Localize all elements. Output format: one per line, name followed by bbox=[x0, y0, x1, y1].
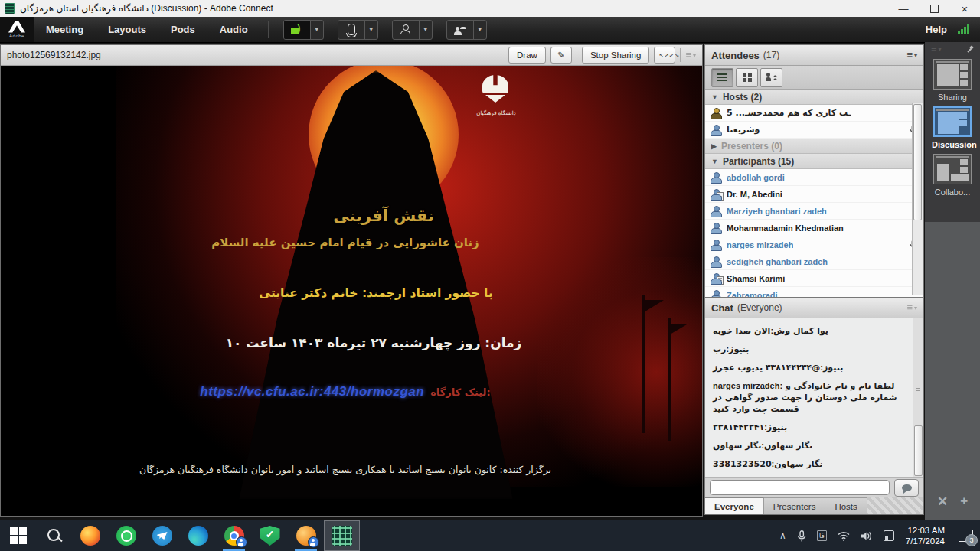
taskbar-telegram-icon[interactable] bbox=[144, 520, 180, 551]
discussion-layout-icon bbox=[933, 106, 972, 137]
share-pod-menu-icon[interactable]: ≡▾ bbox=[685, 51, 696, 59]
speaker-dropdown[interactable]: ▼ bbox=[311, 21, 323, 39]
chat-tab-hosts[interactable]: Hosts bbox=[825, 497, 867, 514]
attendee-name: Mohammadamin Khedmatian bbox=[727, 223, 844, 233]
attendee-row[interactable]: ـت کاری که هم محمدحسـ... 5 bbox=[705, 105, 923, 122]
participants-section-header[interactable]: ▼ Participants (15) bbox=[705, 154, 923, 169]
attendees-header: Attendees (17) ≡▾ bbox=[705, 45, 923, 66]
chat-sender: بنیوز bbox=[823, 363, 843, 373]
taskbar-search-icon[interactable] bbox=[36, 520, 72, 551]
chat-text: الان صدا خوبه bbox=[713, 326, 770, 337]
attendee-row[interactable]: abdollah gordi bbox=[705, 169, 923, 186]
notification-center-button[interactable]: 3 bbox=[951, 520, 980, 551]
layout-sharing[interactable]: Sharing bbox=[932, 59, 973, 102]
taskbar-edge-icon[interactable] bbox=[180, 520, 216, 551]
attendee-row[interactable]: sedigheh ghanbari zadeh bbox=[705, 253, 923, 270]
raise-hand-dropdown[interactable]: ▼ bbox=[474, 21, 486, 39]
add-pod-button[interactable]: + bbox=[960, 494, 968, 510]
menu-audio[interactable]: Audio bbox=[207, 17, 260, 42]
minimize-button[interactable]: — bbox=[888, 0, 919, 17]
microphone-dropdown[interactable]: ▼ bbox=[365, 21, 377, 39]
attendees-scrollbar[interactable] bbox=[912, 103, 923, 295]
pointer-tool-button[interactable]: ✎ bbox=[550, 47, 572, 64]
telegram-icon bbox=[152, 526, 172, 546]
tray-language-indicator[interactable]: فا bbox=[812, 530, 832, 541]
tray-volume-icon[interactable] bbox=[855, 531, 878, 541]
attendees-count: (17) bbox=[763, 50, 779, 60]
speaker-button[interactable] bbox=[284, 21, 311, 39]
microphone-icon bbox=[348, 24, 355, 35]
shared-file-name: photo12569132142.jpg bbox=[7, 50, 101, 60]
taskbar-clock[interactable]: 12:03 AM 7/17/2024 bbox=[900, 525, 951, 546]
poster-subtitle: زنان عاشورایی در قیام امام حسین علیه الس… bbox=[192, 236, 498, 249]
attendee-name: sedigheh ghanbari zadeh bbox=[727, 257, 828, 266]
taskbar-browser-profile-icon[interactable] bbox=[288, 520, 324, 551]
chat-tab-everyone[interactable]: Everyone bbox=[705, 497, 764, 514]
chat-pod-menu-icon[interactable]: ≡▾ bbox=[906, 304, 917, 311]
attendee-row[interactable]: Mohammadamin Khedmatian bbox=[705, 220, 923, 236]
chat-tab-presenters[interactable]: Presenters bbox=[764, 497, 826, 514]
hosts-section-header[interactable]: ▼ Hosts (2) bbox=[705, 90, 923, 105]
tray-wifi-icon[interactable] bbox=[832, 531, 855, 541]
status-view-button[interactable] bbox=[760, 68, 782, 87]
tray-chevron-up-icon[interactable]: ∧ bbox=[774, 530, 792, 541]
speaker-button-group: ▼ bbox=[283, 20, 324, 40]
scrollbar-grip bbox=[916, 386, 920, 392]
taskbar-chrome-profile-icon[interactable] bbox=[216, 520, 252, 551]
chat-text: نگار سهاون bbox=[713, 441, 761, 452]
menu-separator bbox=[268, 21, 269, 38]
tray-microphone-icon[interactable] bbox=[792, 530, 812, 542]
attendee-row[interactable]: وشریعنا bbox=[705, 122, 923, 139]
attendee-list-view-button[interactable] bbox=[711, 68, 733, 87]
webcam-button[interactable] bbox=[393, 21, 420, 39]
connection-status-icon[interactable] bbox=[958, 24, 969, 34]
layout-menu-icon[interactable]: ≡▾ bbox=[931, 45, 942, 53]
breakout-view-button[interactable] bbox=[736, 68, 758, 87]
taskbar-defender-icon[interactable] bbox=[252, 520, 288, 551]
menu-meeting[interactable]: Meeting bbox=[34, 17, 96, 42]
taskbar-start-icon[interactable] bbox=[0, 520, 36, 551]
attendee-row[interactable]: narges mirzadeh bbox=[705, 236, 923, 253]
attendee-avatar-icon bbox=[710, 256, 721, 267]
help-menu[interactable]: Help bbox=[926, 24, 958, 35]
restore-button[interactable] bbox=[919, 0, 949, 17]
close-button[interactable]: × bbox=[949, 0, 980, 17]
scrollbar-thumb[interactable] bbox=[914, 425, 923, 476]
chat-send-button[interactable] bbox=[894, 479, 919, 497]
attendee-row[interactable]: Marziyeh ghanbari zadeh bbox=[705, 203, 923, 220]
poster-link-line: https://vc.cfu.ac.ir:443/hormozgan لینک … bbox=[181, 384, 510, 399]
workshop-link-label: لینک کارگاه: bbox=[430, 386, 491, 398]
raise-hand-button[interactable] bbox=[447, 21, 474, 39]
attendee-avatar-icon bbox=[710, 272, 721, 284]
attendees-pod-menu-icon[interactable]: ≡▾ bbox=[906, 51, 917, 59]
menu-bar: Adobe Meeting Layouts Pods Audio ▼ ▼ ▼ ▼… bbox=[0, 17, 980, 43]
pen-icon: ✎ bbox=[557, 50, 565, 60]
microphone-button[interactable] bbox=[338, 21, 365, 39]
taskbar-whatsapp-icon[interactable] bbox=[108, 520, 144, 551]
taskbar-adobe-connect-icon[interactable] bbox=[324, 520, 360, 551]
fullscreen-button[interactable]: ↖↗↙↘ bbox=[654, 47, 675, 64]
taskbar-firefox-icon[interactable] bbox=[72, 520, 108, 551]
close-pod-button[interactable]: ✕ bbox=[937, 494, 948, 510]
menu-layouts[interactable]: Layouts bbox=[96, 17, 158, 42]
layout-discussion[interactable]: Discussion bbox=[932, 106, 973, 149]
chat-scrollbar[interactable] bbox=[913, 318, 923, 477]
tray-device-icon[interactable] bbox=[878, 530, 900, 541]
stop-sharing-button[interactable]: Stop Sharing bbox=[582, 47, 650, 64]
scrollbar-thumb[interactable] bbox=[913, 104, 922, 220]
attendee-row[interactable]: Dr. M, Abedini bbox=[705, 186, 923, 203]
chat-message-list: الان صدا خوبه :یوا کمال وشرب :بنیوز@۳۳۸۱… bbox=[705, 318, 923, 477]
menu-pods[interactable]: Pods bbox=[158, 17, 207, 42]
layout-collaboration[interactable]: Collabo... bbox=[932, 154, 973, 197]
search-icon bbox=[46, 527, 63, 544]
webcam-dropdown[interactable]: ▼ bbox=[420, 21, 432, 39]
chat-sender: نگار سهاون bbox=[774, 459, 822, 470]
chat-text: 3381323520 bbox=[713, 459, 772, 470]
attendee-avatar-icon bbox=[710, 205, 721, 217]
pin-icon[interactable] bbox=[966, 45, 974, 53]
presenters-section-header[interactable]: ▶ Presenters (0) bbox=[705, 139, 923, 154]
chat-input[interactable] bbox=[710, 480, 890, 495]
draw-button[interactable]: Draw bbox=[508, 47, 546, 64]
attendee-row[interactable]: Shamsi Karimi bbox=[705, 270, 923, 287]
collaboration-layout-icon bbox=[933, 154, 972, 184]
